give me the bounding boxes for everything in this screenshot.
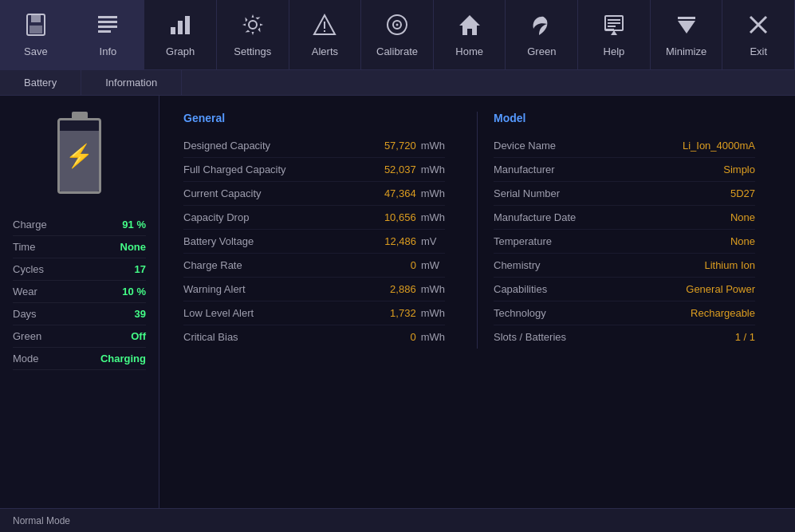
- info-button[interactable]: Info: [73, 0, 145, 70]
- stat-mode-label: Mode: [13, 353, 39, 365]
- svg-rect-4: [98, 21, 117, 23]
- svg-rect-22: [608, 22, 620, 24]
- general-row-0: Designed Capacity 57,720 mWh: [183, 134, 445, 158]
- green-button[interactable]: Green: [506, 0, 578, 70]
- general-key-7: Low Level Alert: [183, 307, 372, 319]
- stat-green-label: Green: [13, 330, 41, 342]
- battery-top: [72, 112, 88, 118]
- stat-days-value: 39: [135, 308, 146, 320]
- help-icon: [602, 13, 626, 41]
- model-val-0: Li_Ion_4000mA: [683, 140, 755, 152]
- general-row-5: Charge Rate 0 mW: [183, 254, 445, 278]
- minimize-button[interactable]: Minimize: [651, 0, 723, 70]
- general-row-6: Warning Alert 2,886 mWh: [183, 278, 445, 301]
- general-unit-6: mWh: [421, 283, 445, 295]
- graph-icon: [168, 13, 192, 41]
- stat-time-label: Time: [13, 241, 35, 253]
- general-unit-1: mWh: [421, 164, 445, 175]
- breadcrumb: Battery Information: [0, 70, 795, 96]
- green-icon: [529, 13, 553, 41]
- general-num-5: 0: [372, 259, 416, 271]
- general-num-2: 47,364: [372, 187, 416, 199]
- calibrate-button[interactable]: Calibrate: [361, 0, 434, 70]
- stat-cycles: Cycles 17: [13, 258, 146, 281]
- home-button[interactable]: Home: [434, 0, 506, 70]
- model-key-8: Slots / Batteries: [494, 331, 735, 343]
- model-key-3: Manufacture Date: [494, 211, 730, 223]
- model-key-7: Technology: [494, 307, 691, 319]
- alerts-button[interactable]: Alerts: [289, 0, 362, 70]
- model-row-1: Manufacturer Simplo: [494, 158, 755, 182]
- svg-marker-17: [459, 15, 480, 35]
- stat-time: Time None: [13, 236, 146, 258]
- svg-point-10: [249, 21, 257, 29]
- general-key-8: Critical Bias: [183, 331, 372, 343]
- svg-rect-19: [605, 29, 614, 30]
- general-num-6: 2,886: [372, 283, 416, 295]
- general-unit-2: mWh: [421, 187, 445, 199]
- model-row-6: Capabilities General Power: [494, 278, 755, 301]
- battery-icon: ⚡: [57, 118, 101, 194]
- exit-button[interactable]: Exit: [722, 0, 795, 70]
- graph-button[interactable]: Graph: [144, 0, 217, 70]
- alerts-icon: [313, 13, 336, 41]
- general-key-5: Charge Rate: [183, 259, 372, 271]
- stat-cycles-value: 17: [135, 263, 146, 275]
- general-num-0: 57,720: [372, 140, 416, 152]
- model-title: Model: [494, 112, 755, 124]
- help-button[interactable]: Help: [578, 0, 651, 70]
- general-key-4: Battery Voltage: [183, 235, 372, 247]
- exit-label: Exit: [750, 45, 767, 57]
- svg-rect-23: [608, 26, 616, 27]
- stat-cycles-label: Cycles: [13, 263, 44, 275]
- svg-rect-8: [178, 21, 183, 34]
- general-unit-4: mV: [421, 235, 445, 247]
- stat-mode-value: Charging: [100, 353, 146, 365]
- general-key-6: Warning Alert: [183, 283, 372, 295]
- model-row-0: Device Name Li_Ion_4000mA: [494, 134, 755, 158]
- general-unit-3: mWh: [421, 211, 445, 223]
- model-val-8: 1 / 1: [735, 331, 755, 343]
- general-row-1: Full Charged Capacity 52,037 mWh: [183, 158, 445, 182]
- model-column: Model Device Name Li_Ion_4000mA Manufact…: [494, 112, 771, 349]
- general-num-1: 52,037: [372, 164, 416, 175]
- toolbar: Save Info Graph: [0, 0, 795, 70]
- minimize-label: Minimize: [666, 45, 706, 57]
- info-label: Info: [100, 45, 117, 57]
- main-area: ⚡ Charge 91 % Time None Cycles 17 Wear 1…: [0, 96, 795, 508]
- statusbar: Normal Mode: [0, 508, 795, 532]
- save-button[interactable]: Save: [0, 0, 73, 70]
- alerts-label: Alerts: [312, 45, 338, 57]
- stat-wear-label: Wear: [13, 286, 37, 298]
- svg-rect-6: [98, 30, 111, 33]
- breadcrumb-battery: Battery: [0, 70, 81, 95]
- svg-rect-7: [171, 27, 175, 34]
- model-key-6: Capabilities: [494, 283, 686, 295]
- battery-icon-container: ⚡: [52, 112, 108, 199]
- svg-point-16: [396, 23, 399, 26]
- settings-button[interactable]: Settings: [217, 0, 289, 70]
- statusbar-text: Normal Mode: [13, 515, 70, 526]
- general-unit-7: mWh: [421, 307, 445, 319]
- general-unit-5: mW: [421, 259, 445, 271]
- general-column: General Designed Capacity 57,720 mWh Ful…: [183, 112, 461, 349]
- calibrate-icon: [385, 13, 409, 41]
- model-row-3: Manufacture Date None: [494, 206, 755, 230]
- breadcrumb-information: Information: [81, 70, 182, 95]
- svg-rect-13: [324, 30, 325, 32]
- svg-rect-2: [30, 26, 42, 33]
- general-unit-8: mWh: [421, 331, 445, 343]
- general-row-8: Critical Bias 0 mWh: [183, 325, 445, 349]
- general-num-7: 1,732: [372, 307, 416, 319]
- info-columns: General Designed Capacity 57,720 mWh Ful…: [183, 112, 771, 349]
- general-unit-0: mWh: [421, 140, 445, 152]
- home-label: Home: [455, 45, 483, 57]
- home-icon: [458, 13, 482, 41]
- green-label: Green: [527, 45, 556, 57]
- sidebar: ⚡ Charge 91 % Time None Cycles 17 Wear 1…: [0, 96, 159, 508]
- stat-time-value: None: [120, 241, 147, 253]
- stat-green-value: Off: [131, 330, 146, 342]
- stat-green: Green Off: [13, 325, 146, 348]
- model-key-2: Serial Number: [494, 187, 730, 199]
- save-icon: [24, 13, 48, 41]
